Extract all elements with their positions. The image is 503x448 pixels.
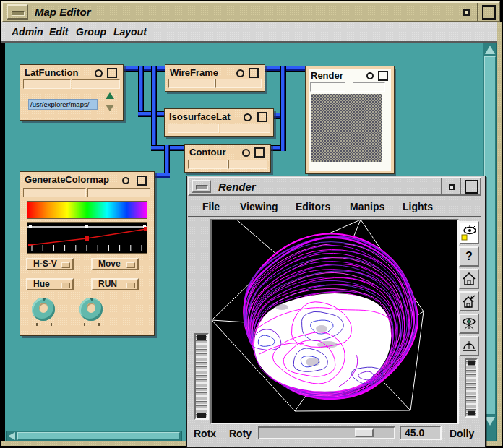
render-window-title: Render <box>218 181 256 193</box>
module-menu-icon[interactable] <box>236 69 244 77</box>
colormap-curve-editor[interactable] <box>27 222 147 254</box>
knob-tick <box>98 323 100 326</box>
map-editor-title: Map Editor <box>35 6 91 18</box>
scroll-left-button[interactable] <box>7 432 17 440</box>
render-window[interactable]: Render File Viewing Editors Manips Light… <box>186 176 486 448</box>
render-titlebar: Render <box>188 177 481 196</box>
window-maximize-button[interactable] <box>478 3 499 21</box>
menu-group[interactable]: Group <box>76 26 106 38</box>
render-maximize-button[interactable] <box>461 178 481 194</box>
menu-layout[interactable]: Layout <box>113 26 147 38</box>
hue-label: Hue <box>33 279 50 289</box>
wheel-cap <box>468 410 475 416</box>
move-dropdown[interactable]: Move <box>91 258 139 270</box>
scroll-up-icon <box>485 46 495 54</box>
module-resize-icon[interactable] <box>257 112 267 122</box>
render-menubar: File Viewing Editors Manips Lights <box>188 197 481 217</box>
path-field[interactable]: /usr/explorer/maps/ <box>28 99 98 110</box>
dropdown-dash-icon <box>61 262 70 268</box>
knob-notch-icon <box>90 298 94 301</box>
module-generatecolormap[interactable]: GenerateColormap H-S-V Move Hue RUN <box>20 171 155 336</box>
module-title: IsosurfaceLat <box>169 111 231 122</box>
module-bar-right <box>87 188 150 197</box>
roty-thumbwheel-track[interactable] <box>258 426 395 439</box>
home-button[interactable] <box>459 269 479 289</box>
spin-up-icon[interactable] <box>106 92 114 99</box>
menu-lights[interactable]: Lights <box>403 201 433 212</box>
horizontal-scrollbar[interactable] <box>6 431 182 441</box>
render-window-menu-button[interactable] <box>192 180 211 193</box>
knob-tick <box>51 323 52 326</box>
module-isosurfacelat[interactable]: IsosurfaceLat <box>164 108 274 137</box>
dash-icon <box>12 11 25 16</box>
module-resize-icon[interactable] <box>254 147 265 158</box>
run-label: RUN <box>98 279 117 289</box>
module-menu-icon[interactable] <box>366 72 374 79</box>
window-menu-button[interactable] <box>7 4 28 20</box>
module-bar-right <box>220 124 270 133</box>
module-bar-left <box>168 79 215 88</box>
right-border <box>497 22 502 446</box>
seek-button[interactable] <box>459 336 479 356</box>
rotx-label: Rotx <box>194 428 216 439</box>
module-bar-left <box>188 160 228 169</box>
menu-editors[interactable]: Editors <box>296 201 330 212</box>
dolly-thumbwheel[interactable] <box>465 358 478 418</box>
menu-edit[interactable]: Edit <box>49 26 68 38</box>
dolly-value-field[interactable]: 45.0 <box>400 426 442 440</box>
module-title: Contour <box>189 147 226 158</box>
module-resize-icon[interactable] <box>137 176 147 186</box>
module-wireframe[interactable]: WireFrame <box>165 64 265 92</box>
module-latfunction[interactable]: LatFunction /usr/explorer/maps/ <box>20 64 124 121</box>
knob-left[interactable] <box>32 298 55 321</box>
module-resize-icon[interactable] <box>107 68 117 78</box>
roty-thumbwheel-thumb[interactable] <box>355 428 374 437</box>
pick-mode-button[interactable] <box>459 221 479 244</box>
module-menu-icon[interactable] <box>95 69 103 77</box>
scroll-down-icon <box>485 417 495 426</box>
module-resize-icon[interactable] <box>378 71 388 81</box>
module-bar-right <box>72 79 120 89</box>
home-icon <box>462 272 476 286</box>
help-button[interactable]: ? <box>459 246 479 267</box>
dropdown-dash-icon <box>61 283 70 288</box>
scroll-down-button[interactable] <box>484 415 496 427</box>
screen: Map Editor Admin Edit Group Layout <box>0 0 503 448</box>
menu-manips[interactable]: Manips <box>350 201 384 212</box>
dolly-value: 45.0 <box>401 427 440 439</box>
menu-viewing[interactable]: Viewing <box>240 201 278 212</box>
module-bar-left <box>310 82 345 92</box>
render-viewport[interactable] <box>212 220 457 423</box>
knob-right[interactable] <box>79 298 103 321</box>
vscroll-thumb[interactable] <box>484 56 496 415</box>
colormap-editor-canvas[interactable] <box>27 223 147 253</box>
module-menu-icon[interactable] <box>242 149 250 157</box>
rainbow-colormap[interactable] <box>27 201 147 219</box>
view-all-icon <box>461 316 477 331</box>
set-home-icon <box>462 294 476 309</box>
module-menu-icon[interactable] <box>122 177 129 184</box>
module-menu-icon[interactable] <box>244 113 252 121</box>
move-label: Move <box>98 259 121 269</box>
view-all-button[interactable] <box>459 314 479 334</box>
hue-dropdown[interactable]: Hue <box>26 278 74 290</box>
menu-admin[interactable]: Admin <box>12 26 43 38</box>
window-restore-button[interactable] <box>455 3 477 21</box>
hsv-dropdown[interactable]: H-S-V <box>26 258 74 270</box>
maximize-icon <box>482 5 496 20</box>
spin-down-icon[interactable] <box>106 105 114 111</box>
wheel-cap <box>468 360 475 366</box>
module-render[interactable]: Render <box>306 66 394 173</box>
module-bar-left <box>23 79 71 89</box>
scroll-up-button[interactable] <box>484 44 496 56</box>
menu-file[interactable]: File <box>202 201 220 212</box>
dash-icon <box>196 185 208 190</box>
hscroll-thumb[interactable] <box>17 432 180 440</box>
set-home-button[interactable] <box>459 291 479 311</box>
module-contour[interactable]: Contour <box>184 144 271 173</box>
render-restore-button[interactable] <box>442 178 460 194</box>
module-resize-icon[interactable] <box>249 68 259 78</box>
run-dropdown[interactable]: RUN <box>91 278 139 290</box>
knob-hole <box>39 303 48 313</box>
rotx-thumbwheel[interactable] <box>194 333 209 420</box>
